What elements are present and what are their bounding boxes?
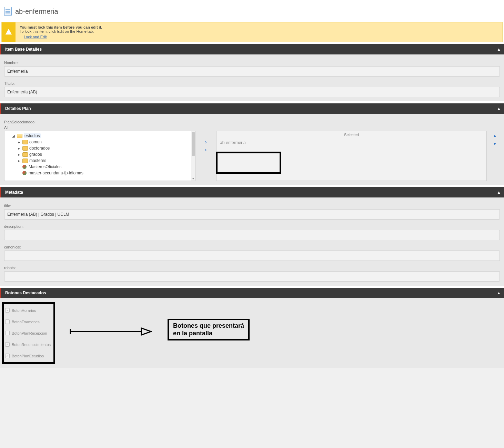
tree-node-grados[interactable]: ▸ grados (7, 151, 193, 157)
annotation-highlight-botones: BotonHorarios BotonExamenes BotonPlanRec… (2, 302, 55, 364)
meta-robots-label: robots: (4, 266, 500, 270)
checkbox[interactable] (5, 354, 10, 358)
section-header-metadata-label: Metadata (5, 190, 23, 195)
tree-node-estudios[interactable]: ◢ estudios (7, 133, 193, 139)
boton-label: BotonHorarios (12, 308, 36, 313)
checkbox[interactable] (5, 308, 10, 313)
nombre-label: Nombre: (4, 61, 500, 65)
chevron-up-icon: ▴ (498, 190, 500, 195)
titulo-label: Título: (4, 81, 500, 85)
tree-label[interactable]: masteres (29, 158, 46, 163)
boton-row-horarios[interactable]: BotonHorarios (5, 305, 51, 316)
tree-node-masteres[interactable]: ▸ masteres (7, 157, 193, 164)
section-header-botones-label: Botones Destacados (5, 291, 46, 295)
boton-label: BotonPlanEstudios (12, 354, 44, 358)
meta-robots-input[interactable] (4, 271, 500, 282)
planseleccionado-label: PlanSeleccionado: (4, 120, 500, 124)
tree-node-comun[interactable]: ▸ comun (7, 139, 193, 145)
boton-row-planrecepcion[interactable]: BotonPlanRecepcion (5, 327, 51, 339)
nombre-input[interactable] (4, 66, 500, 77)
page-title: ab-enfermeria (15, 8, 58, 16)
scroll-down-icon[interactable]: ▾ (191, 176, 195, 181)
section-header-plan-label: Detalles Plan (5, 106, 31, 111)
selected-header: Selected (216, 131, 486, 139)
tree-label[interactable]: grados (29, 152, 42, 157)
tree-node-doctorados[interactable]: ▸ doctorados (7, 145, 193, 151)
meta-canonical-label: canonical: (4, 245, 500, 249)
section-header-base[interactable]: Item Base Detalles ▴ (0, 44, 504, 54)
meta-description-label: description: (4, 224, 500, 228)
checkbox[interactable] (5, 342, 10, 347)
folder-icon (22, 152, 28, 157)
expand-icon[interactable]: ▸ (17, 146, 21, 150)
boton-label: BotonReconocimientos (12, 343, 51, 347)
tree-label[interactable]: master-secundaria-fp-idiomas (29, 171, 83, 175)
annotation-botones-text: Botones que presentará en la pantalla (168, 319, 250, 340)
titulo-input[interactable] (4, 87, 500, 97)
tree-node-masteresoficiales[interactable]: ▸ MasteresOficiales (7, 164, 193, 170)
selected-item[interactable]: ab-enfermeria (216, 139, 486, 146)
expand-icon[interactable]: ▸ (17, 140, 21, 144)
section-header-plan[interactable]: Detalles Plan ▴ (0, 103, 504, 114)
page-title-row: ab-enfermeria (0, 0, 504, 22)
annotation-arrow-right (69, 326, 152, 338)
scrollbar[interactable]: ▾ (191, 131, 195, 181)
folder-icon (22, 140, 28, 144)
folder-icon (22, 146, 28, 151)
lock-warning-banner: You must lock this item before you can e… (1, 22, 503, 42)
warning-text-bold: You must lock this item before you can e… (20, 25, 102, 29)
lock-and-edit-link[interactable]: Lock and Edit (24, 35, 47, 39)
expand-icon[interactable]: ▸ (17, 153, 21, 156)
move-left-button[interactable]: ‹ (205, 147, 207, 152)
tree-label[interactable]: MasteresOficiales (29, 164, 61, 169)
document-icon (4, 7, 12, 16)
move-right-button[interactable]: › (205, 139, 207, 145)
item-icon (22, 171, 27, 175)
checkbox[interactable] (5, 319, 10, 324)
section-header-botones[interactable]: Botones Destacados ▴ (0, 288, 504, 298)
section-header-metadata[interactable]: Metadata ▴ (0, 187, 504, 197)
tree-label[interactable]: estudios (24, 133, 41, 138)
chevron-up-icon: ▴ (498, 291, 500, 295)
tree-panel[interactable]: ◢ estudios ▸ comun ▸ doctorados (4, 131, 195, 181)
move-up-button[interactable]: ▴ (494, 133, 500, 138)
move-down-button[interactable]: ▾ (494, 141, 500, 146)
boton-row-reconocimientos[interactable]: BotonReconocimientos (5, 339, 51, 350)
boton-row-examenes[interactable]: BotonExamenes (5, 316, 51, 327)
tree-node-master-secundaria[interactable]: ▸ master-secundaria-fp-idiomas (7, 170, 193, 176)
tree-label[interactable]: comun (29, 140, 42, 144)
tree-label[interactable]: doctorados (29, 146, 50, 151)
meta-title-input[interactable] (4, 209, 500, 220)
warning-text-line2: To lock this item, click Edit on the Hom… (20, 29, 94, 33)
collapse-icon[interactable]: ◢ (11, 134, 16, 138)
expand-icon[interactable]: ▸ (17, 159, 21, 163)
chevron-up-icon: ▴ (498, 106, 500, 111)
selected-panel[interactable]: Selected ab-enfermeria (216, 131, 487, 181)
meta-canonical-input[interactable] (4, 251, 500, 261)
section-header-base-label: Item Base Detalles (5, 47, 42, 52)
meta-description-input[interactable] (4, 230, 500, 240)
item-icon (22, 165, 27, 169)
boton-label: BotonExamenes (12, 320, 40, 324)
chevron-up-icon: ▴ (498, 47, 500, 52)
boton-row-planestudios[interactable]: BotonPlanEstudios (5, 350, 51, 362)
svg-marker-4 (141, 328, 151, 335)
boton-label: BotonPlanRecepcion (12, 331, 47, 335)
warning-icon (2, 22, 16, 42)
scrollbar-thumb[interactable] (192, 132, 195, 156)
folder-icon (22, 159, 28, 163)
all-label: All (4, 125, 500, 130)
meta-title-label: title: (4, 204, 500, 208)
checkbox[interactable] (5, 331, 10, 335)
folder-open-icon (17, 134, 22, 138)
